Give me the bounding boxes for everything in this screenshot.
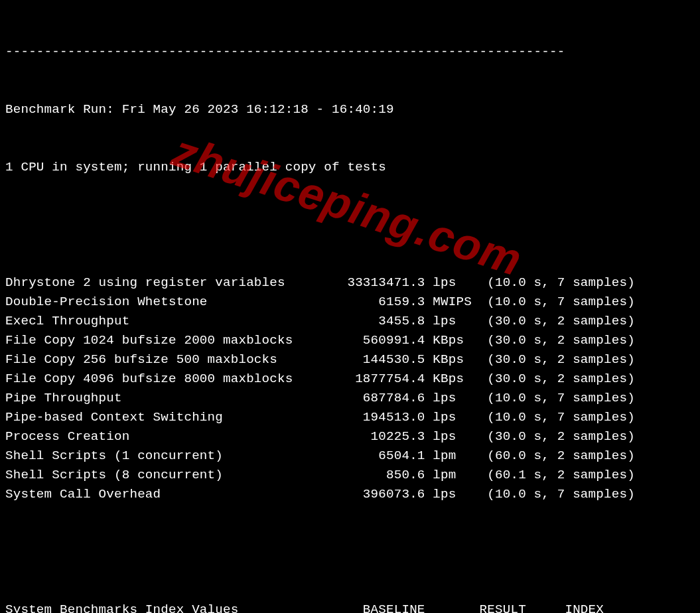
benchmark-line: File Copy 4096 bufsize 8000 maxblocks 18… (5, 370, 695, 389)
benchmark-line (5, 543, 695, 562)
benchmark-line: Double-Precision Whetstone 6159.3 MWIPS … (5, 293, 695, 312)
benchmark-line: System Call Overhead 396073.6 lps (10.0 … (5, 485, 695, 504)
tests-block: Dhrystone 2 using register variables 333… (5, 273, 695, 504)
benchmark-line: Shell Scripts (8 concurrent) 850.6 lpm (… (5, 466, 695, 485)
benchmark-line: 1 CPU in system; running 1 parallel copy… (5, 158, 695, 177)
benchmark-line: System Benchmarks Index Values BASELINE … (5, 600, 695, 613)
benchmark-line: Pipe-based Context Switching 194513.0 lp… (5, 408, 695, 427)
benchmark-line: File Copy 256 bufsize 500 maxblocks 1445… (5, 350, 695, 370)
benchmark-line: Shell Scripts (1 concurrent) 6504.1 lpm … (5, 446, 695, 466)
benchmark-line: Execl Throughput 3455.8 lps (30.0 s, 2 s… (5, 312, 695, 331)
benchmark-line: Process Creation 10225.3 lps (30.0 s, 2 … (5, 427, 695, 446)
terminal-output[interactable]: ----------------------------------------… (0, 0, 700, 613)
benchmark-line: Benchmark Run: Fri May 26 2023 16:12:18 … (5, 100, 695, 119)
benchmark-line (5, 216, 695, 235)
benchmark-line: Pipe Throughput 687784.6 lps (10.0 s, 7 … (5, 389, 695, 408)
benchmark-line: Dhrystone 2 using register variables 333… (5, 273, 695, 293)
benchmark-line: File Copy 1024 bufsize 2000 maxblocks 56… (5, 331, 695, 350)
benchmark-line: ----------------------------------------… (5, 42, 695, 62)
